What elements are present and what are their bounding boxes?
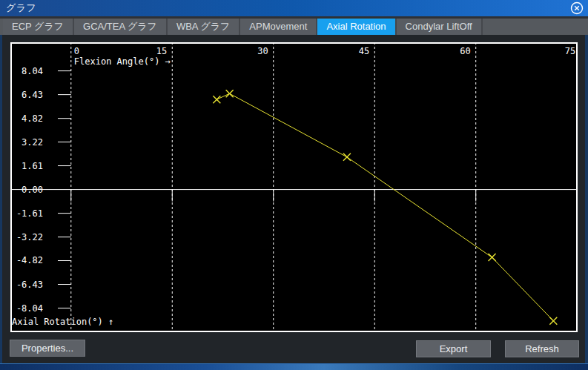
chart-plot-area: 015304560758.046.434.823.221.610.00-1.61… — [10, 42, 578, 332]
svg-text:30: 30 — [257, 46, 268, 56]
chart-svg: 015304560758.046.434.823.221.610.00-1.61… — [10, 42, 578, 332]
svg-text:75: 75 — [565, 46, 575, 56]
svg-text:8.04: 8.04 — [22, 66, 43, 76]
svg-text:4.82: 4.82 — [22, 113, 43, 124]
svg-text:Flexion Angle(°) →: Flexion Angle(°) → — [74, 56, 171, 67]
tab-ecp-graph[interactable]: ECP グラフ — [3, 19, 74, 35]
tab-gca-tea-graph[interactable]: GCA/TEA グラフ — [74, 19, 168, 35]
svg-text:60: 60 — [460, 46, 470, 56]
close-x-icon — [570, 1, 584, 15]
tab-wba-graph[interactable]: WBA グラフ — [168, 19, 240, 35]
window-title: グラフ — [0, 0, 36, 16]
svg-text:3.22: 3.22 — [22, 137, 43, 148]
tab-condylar-liftoff[interactable]: Condylar LiftOff — [397, 19, 483, 35]
properties-button[interactable]: Properties... — [10, 340, 85, 357]
svg-text:-8.04: -8.04 — [16, 303, 43, 314]
svg-text:0: 0 — [74, 46, 79, 56]
svg-text:-6.43: -6.43 — [16, 280, 43, 290]
svg-text:6.43: 6.43 — [22, 90, 43, 100]
svg-text:1.61: 1.61 — [22, 161, 43, 171]
window-border-right — [585, 35, 588, 363]
svg-text:0.00: 0.00 — [22, 185, 43, 195]
svg-text:Axial Rotation(°) ↑: Axial Rotation(°) ↑ — [12, 317, 113, 327]
close-button[interactable] — [570, 1, 584, 15]
title-bar: グラフ — [0, 0, 588, 16]
refresh-button[interactable]: Refresh — [505, 340, 579, 357]
svg-text:45: 45 — [359, 46, 369, 56]
tab-bar: ECP グラフ GCA/TEA グラフ WBA グラフ APMovement A… — [0, 19, 588, 35]
graph-window: グラフ ECP グラフ GCA/TEA グラフ WBA グラフ APMoveme… — [0, 0, 588, 370]
export-button[interactable]: Export — [416, 340, 491, 357]
tab-axial-rotation[interactable]: Axial Rotation — [317, 19, 396, 35]
svg-text:15: 15 — [156, 46, 167, 56]
window-border-bottom — [0, 363, 588, 370]
tab-apmovement[interactable]: APMovement — [240, 19, 317, 35]
window-border-left — [0, 35, 2, 363]
svg-text:-1.61: -1.61 — [16, 208, 43, 219]
svg-text:-3.22: -3.22 — [16, 232, 43, 242]
svg-text:-4.82: -4.82 — [16, 255, 43, 265]
